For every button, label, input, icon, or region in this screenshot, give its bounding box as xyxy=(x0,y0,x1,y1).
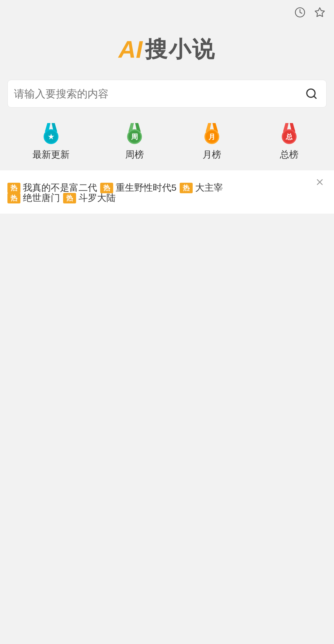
search-container xyxy=(7,80,327,108)
hot-item-5[interactable]: 热 斗罗大陆 xyxy=(63,192,116,204)
search-button[interactable] xyxy=(303,85,320,102)
hot-item-3[interactable]: 热 大主宰 xyxy=(180,181,223,194)
history-icon[interactable] xyxy=(293,6,307,19)
bottom-area xyxy=(0,214,334,585)
medal-weekly: 周 xyxy=(122,120,147,145)
hot-title-3: 大主宰 xyxy=(195,181,223,194)
category-latest[interactable]: ★ 最新更新 xyxy=(32,120,70,161)
search-suggestions: 热 我真的不是富二代 热 重生野性时代5 热 大主宰 热 绝世唐门 热 斗罗大陆 xyxy=(0,170,334,214)
top-bar xyxy=(0,0,334,22)
hot-badge-5: 热 xyxy=(63,193,76,203)
hot-item-4[interactable]: 热 绝世唐门 xyxy=(7,192,60,204)
logo-area: AI 搜小说 xyxy=(0,22,334,80)
svg-line-3 xyxy=(314,96,316,98)
hot-title-2: 重生野性时代5 xyxy=(116,181,177,194)
svg-text:总: 总 xyxy=(285,133,293,141)
hot-title-4: 绝世唐门 xyxy=(23,192,60,204)
category-monthly-label: 月榜 xyxy=(203,148,221,161)
category-total[interactable]: 总 总榜 xyxy=(277,120,302,161)
logo-ai: AI xyxy=(118,36,143,64)
medal-total: 总 xyxy=(277,120,302,145)
svg-text:月: 月 xyxy=(208,133,215,141)
category-weekly[interactable]: 周 周榜 xyxy=(122,120,147,161)
medal-latest: ★ xyxy=(39,120,63,145)
medal-monthly: 月 xyxy=(199,120,224,145)
hot-badge-4: 热 xyxy=(7,193,20,203)
hot-badge-3: 热 xyxy=(180,183,193,193)
svg-text:周: 周 xyxy=(131,133,138,141)
category-total-label: 总榜 xyxy=(280,148,298,161)
category-weekly-label: 周榜 xyxy=(125,148,144,161)
svg-marker-1 xyxy=(315,8,324,17)
search-input[interactable] xyxy=(14,88,303,100)
logo-main-text: 搜小说 xyxy=(145,35,216,64)
favorite-icon[interactable] xyxy=(313,6,327,19)
hot-title-5: 斗罗大陆 xyxy=(79,192,116,204)
category-monthly[interactable]: 月 月榜 xyxy=(199,120,224,161)
category-latest-label: 最新更新 xyxy=(32,148,70,161)
close-button[interactable] xyxy=(313,175,327,189)
svg-text:★: ★ xyxy=(48,133,54,141)
categories: ★ 最新更新 周 周榜 月 月榜 xyxy=(0,117,334,170)
